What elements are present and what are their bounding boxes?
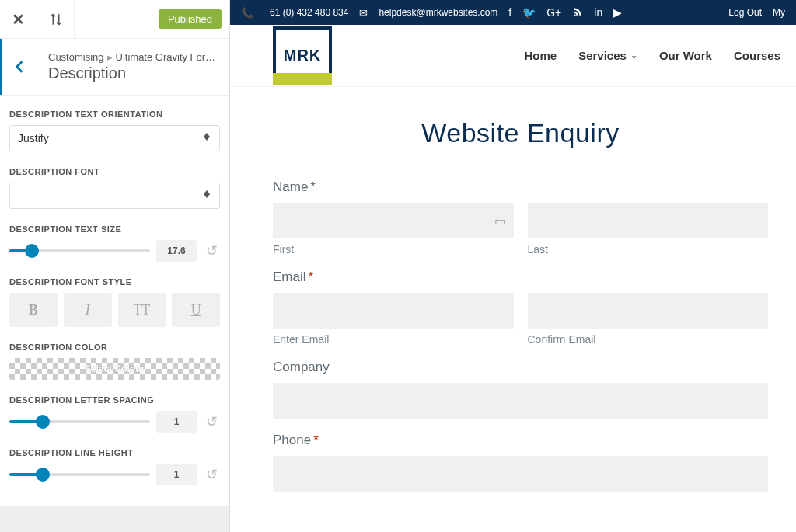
last-name-input[interactable] — [528, 203, 769, 238]
lineheight-reset-icon[interactable]: ↺ — [203, 466, 220, 483]
bold-button[interactable]: B — [9, 293, 58, 327]
controls-area: DESCRIPTION TEXT ORIENTATION Justify DES… — [0, 96, 229, 506]
form-area: Website Enquiry Name* ▭ First Last Email… — [230, 87, 796, 492]
close-button[interactable]: ✕ — [0, 0, 37, 39]
phone-label: Phone * — [273, 433, 768, 448]
italic-button[interactable]: I — [64, 293, 112, 327]
size-label: DESCRIPTION TEXT SIZE — [9, 224, 220, 234]
sidebar-topbar: ✕ Published — [0, 0, 229, 39]
logout-link[interactable]: Log Out — [728, 7, 762, 18]
letterspacing-slider[interactable] — [9, 414, 150, 429]
phone-text: +61 (0) 432 480 834 — [264, 7, 348, 18]
breadcrumb: Customising▸Ultimate Gravity Form… — [48, 51, 218, 63]
orientation-label: DESCRIPTION TEXT ORIENTATION — [9, 110, 220, 119]
panel-title: Description — [48, 64, 218, 82]
lineheight-slider[interactable] — [9, 467, 150, 482]
confirm-email-sublabel: Confirm Email — [528, 333, 769, 346]
letterspacing-value[interactable]: 1 — [156, 411, 197, 433]
twitter-icon[interactable]: 🐦 — [522, 6, 536, 19]
email-label: Email * — [273, 269, 768, 285]
youtube-icon[interactable]: ▶ — [613, 6, 622, 19]
lineheight-value[interactable]: 1 — [156, 464, 197, 485]
email-input[interactable] — [273, 293, 514, 329]
fontstyle-label: DESCRIPTION FONT STYLE — [9, 277, 220, 287]
uppercase-button[interactable]: TT — [118, 293, 166, 327]
panel-header: Customising▸Ultimate Gravity Form… Descr… — [0, 39, 229, 96]
color-label: DESCRIPTION COLOR — [9, 342, 220, 352]
size-value[interactable]: 17.6 — [156, 240, 197, 262]
nav-home[interactable]: Home — [524, 49, 557, 62]
letterspacing-label: DESCRIPTION LETTER SPACING — [9, 395, 220, 405]
color-select-button[interactable]: Select Colour — [9, 358, 220, 380]
font-label: DESCRIPTION FONT — [9, 167, 220, 176]
first-sublabel: First — [273, 243, 514, 256]
nav-courses[interactable]: Courses — [734, 49, 780, 62]
site-navbar: MRK Home Services⌄ Our Work Courses — [230, 25, 796, 87]
site-logo[interactable]: MRK — [273, 26, 332, 85]
last-sublabel: Last — [528, 243, 769, 256]
chevron-down-icon: ⌄ — [630, 50, 637, 61]
company-label: Company — [273, 360, 768, 375]
googleplus-icon[interactable]: G+ — [546, 6, 561, 19]
underline-button[interactable]: U — [172, 293, 220, 327]
font-select[interactable] — [9, 183, 220, 209]
linkedin-icon[interactable]: in — [594, 6, 602, 19]
published-badge[interactable]: Published — [159, 9, 222, 29]
size-reset-icon[interactable]: ↺ — [203, 242, 220, 259]
size-slider[interactable] — [9, 243, 150, 259]
company-input[interactable] — [273, 383, 768, 419]
rss-icon[interactable] — [572, 6, 583, 19]
name-label: Name* — [273, 179, 768, 195]
site-topbar: 📞 +61 (0) 432 480 834 ✉ helpdesk@mrkwebs… — [230, 0, 796, 25]
nav-work[interactable]: Our Work — [659, 49, 712, 62]
preview-pane: 📞 +61 (0) 432 480 834 ✉ helpdesk@mrkwebs… — [230, 0, 796, 532]
lineheight-label: DESCRIPTION LINE HEIGHT — [9, 448, 220, 457]
email-icon: ✉ — [359, 7, 368, 19]
nav-services[interactable]: Services⌄ — [578, 49, 637, 62]
email-text: helpdesk@mrkwebsites.com — [379, 7, 498, 18]
vcard-icon: ▭ — [494, 214, 506, 228]
confirm-email-input[interactable] — [528, 293, 769, 329]
customizer-sidebar: ✕ Published Customising▸Ultimate Gravity… — [0, 0, 230, 532]
letterspacing-reset-icon[interactable]: ↺ — [203, 413, 220, 430]
orientation-select[interactable]: Justify — [9, 125, 220, 151]
my-link[interactable]: My — [773, 7, 785, 18]
facebook-icon[interactable]: f — [508, 6, 511, 19]
sort-button[interactable] — [37, 0, 75, 39]
first-name-input[interactable]: ▭ — [273, 203, 514, 238]
back-button[interactable] — [0, 39, 37, 95]
enter-email-sublabel: Enter Email — [273, 333, 514, 346]
sidebar-footer — [0, 506, 229, 532]
form-title: Website Enquiry — [273, 118, 768, 148]
phone-icon: 📞 — [241, 7, 253, 19]
phone-input[interactable] — [273, 456, 768, 492]
